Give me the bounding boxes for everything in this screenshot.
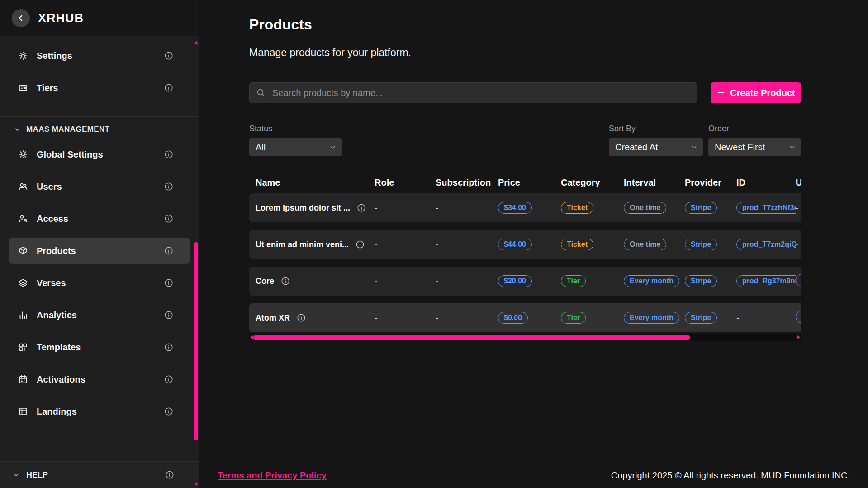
gear-icon: [18, 149, 28, 159]
cell-role: -: [375, 203, 436, 213]
sort-filter: Sort By Created At: [609, 124, 703, 156]
horizontal-scrollbar[interactable]: [249, 334, 801, 341]
info-icon[interactable]: [165, 470, 175, 480]
interval-badge: One time: [624, 202, 666, 214]
cell-subscription: -: [436, 276, 498, 287]
scroll-down-arrow[interactable]: [194, 483, 198, 486]
sidebar-scrollbar-thumb[interactable]: [194, 242, 198, 440]
sidebar-item-users[interactable]: Users: [9, 173, 190, 200]
sidebar-scrollbar[interactable]: [194, 40, 198, 488]
box-icon: [18, 246, 28, 256]
sort-select[interactable]: Created At: [609, 138, 703, 156]
provider-badge: Stripe: [685, 312, 717, 324]
info-icon[interactable]: [164, 278, 174, 288]
sidebar-section-maas: MAAS MANAGEMENT Global Settings Users: [0, 116, 199, 425]
help-section-toggle[interactable]: HELP: [0, 461, 199, 488]
sidebar-item-activations[interactable]: Activations: [9, 366, 190, 392]
chevron-down-icon: [13, 471, 20, 478]
page-title: Products: [249, 16, 801, 33]
category-badge: Ticket: [561, 239, 593, 250]
info-icon[interactable]: [164, 407, 174, 416]
filters-bar: Status All Sort By Created At: [249, 124, 801, 156]
sidebar-item-templates[interactable]: Templates: [9, 334, 190, 360]
sidebar-item-label: Activations: [37, 374, 85, 385]
create-product-button[interactable]: Create Product: [711, 82, 801, 103]
info-icon[interactable]: [164, 149, 174, 159]
info-icon[interactable]: [164, 51, 174, 61]
search-icon: [256, 88, 266, 98]
info-icon[interactable]: [280, 276, 290, 286]
sidebar-header: XRHUB: [0, 0, 199, 36]
sidebar-item-analytics[interactable]: Analytics: [9, 302, 190, 328]
sidebar-item-verses[interactable]: Verses: [9, 270, 190, 296]
cell-subscription: -: [436, 203, 498, 213]
cell-subscription: -: [436, 239, 498, 250]
table-row[interactable]: Atom XR - - $0.00 Tier Every month Strip…: [249, 303, 801, 332]
order-filter: Order Newest First: [708, 124, 801, 156]
category-badge: Tier: [561, 275, 586, 287]
column-header-interval: Interval: [624, 177, 685, 188]
table-row[interactable]: Ut enim ad minim veni... - - $44.00 Tick…: [249, 230, 801, 259]
scroll-left-arrow[interactable]: [250, 335, 253, 339]
table-row[interactable]: Lorem ipsum dolor sit ... - - $34.00 Tic…: [249, 193, 801, 222]
table-row[interactable]: Core - - $20.00 Tier Every month Stripe …: [249, 267, 801, 296]
info-icon[interactable]: [164, 374, 174, 384]
horizontal-scrollbar-thumb[interactable]: [253, 335, 690, 340]
access-icon: [18, 214, 28, 224]
order-filter-label: Order: [708, 124, 801, 134]
sidebar-item-label: Analytics: [37, 310, 77, 321]
layout-icon: [18, 407, 28, 416]
terms-privacy-link[interactable]: Terms and Privacy Policy: [218, 470, 327, 481]
sidebar-item-tiers[interactable]: Tiers: [9, 75, 190, 101]
sidebar-collapse-button[interactable]: [12, 9, 30, 27]
sidebar-item-access[interactable]: Access: [9, 206, 190, 232]
sidebar-item-landings[interactable]: Landings: [9, 398, 190, 425]
column-header-category: Category: [561, 177, 624, 188]
chevron-down-icon: [691, 144, 697, 151]
cell-updated: -: [796, 239, 801, 250]
info-icon[interactable]: [164, 214, 174, 224]
sidebar-item-products[interactable]: Products: [9, 238, 190, 264]
column-header-name: Name: [256, 177, 375, 188]
sidebar-item-label: Templates: [37, 342, 81, 353]
info-icon[interactable]: [164, 246, 174, 256]
info-icon[interactable]: [164, 342, 174, 352]
info-icon[interactable]: [296, 313, 306, 323]
help-label: HELP: [26, 470, 48, 480]
calendar-icon: [18, 374, 28, 384]
status-select[interactable]: All: [249, 138, 342, 156]
cell-product-id: -: [736, 313, 796, 323]
scroll-up-arrow[interactable]: [194, 41, 198, 44]
search-box[interactable]: [249, 82, 697, 103]
sidebar-item-label: Settings: [37, 51, 72, 61]
sidebar-item-label: Users: [37, 182, 62, 192]
sidebar-item-global-settings[interactable]: Global Settings: [9, 141, 190, 167]
product-id-badge: prod_Rg37m9nr: [736, 275, 796, 287]
sidebar-item-label: Access: [37, 214, 68, 224]
column-header-id: ID: [736, 177, 796, 188]
info-icon[interactable]: [164, 310, 174, 320]
main-content: Products Manage products for your platfo…: [199, 0, 868, 488]
info-icon[interactable]: [355, 239, 365, 249]
grid-icon: [18, 342, 28, 352]
column-header-role: Role: [375, 177, 436, 188]
chevron-down-icon: [329, 144, 336, 151]
info-icon[interactable]: [356, 203, 366, 213]
footer: Terms and Privacy Policy Copyright 2025 …: [218, 470, 850, 481]
info-icon[interactable]: [164, 83, 174, 93]
page-subtitle: Manage products for your platform.: [249, 47, 801, 59]
search-input[interactable]: [271, 87, 690, 99]
product-id-badge: prod_T7zm2qiQ: [736, 239, 796, 250]
create-product-label: Create Product: [730, 88, 795, 98]
column-header-price: Price: [498, 177, 561, 188]
scroll-right-arrow[interactable]: [797, 335, 800, 339]
sidebar-item-settings[interactable]: Settings: [9, 43, 190, 69]
product-name: Lorem ipsum dolor sit ...: [256, 203, 350, 213]
sort-select-value: Created At: [615, 142, 658, 153]
info-icon[interactable]: [164, 182, 174, 191]
price-badge: $0.00: [498, 312, 528, 324]
price-badge: $34.00: [498, 202, 532, 214]
sidebar-item-label: Products: [37, 246, 76, 256]
maas-section-toggle[interactable]: MAAS MANAGEMENT: [0, 125, 199, 141]
order-select[interactable]: Newest First: [708, 138, 801, 156]
